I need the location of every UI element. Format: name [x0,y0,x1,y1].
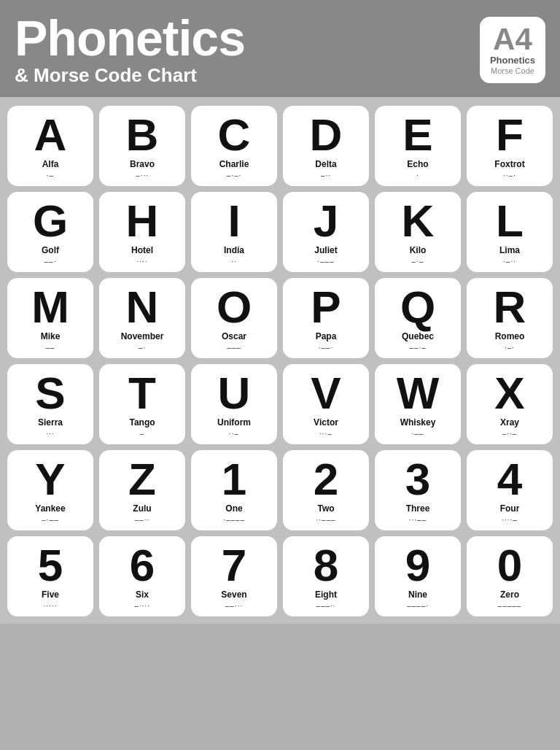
card-morse: –·–– [42,516,58,524]
card-name: Kilo [410,245,427,255]
phonetic-card-sierra: SSierra··· [7,364,93,444]
card-letter: 7 [222,543,246,588]
card-name: Nine [408,589,427,600]
card-name: Zero [500,589,519,600]
phonetic-card-november: NNovember–· [99,278,185,358]
phonetic-card-foxtrot: FFoxtrot··–· [467,106,553,186]
card-name: Yankee [35,503,65,514]
badge-size: A4 [490,24,535,55]
card-name: Echo [407,159,428,169]
card-name: India [224,245,244,255]
card-morse: ··––– [316,516,335,524]
card-letter: 2 [314,457,338,502]
card-letter: N [126,285,159,330]
phonetic-card-four: 4Four····– [467,450,553,530]
card-morse: – [140,430,145,438]
card-name: Juliet [314,245,337,255]
phonetic-card-papa: PPapa·––· [283,278,369,358]
card-morse: ····· [44,602,58,610]
card-name: Oscar [222,331,246,341]
phonetic-card-kilo: KKilo–·– [375,192,461,272]
card-name: Tango [129,417,155,428]
card-letter: F [496,112,524,158]
phonetic-card-alfa: AAlfa·– [7,106,93,186]
card-morse: –·– [412,258,424,266]
phonetic-card-india: IIndia·· [191,192,277,272]
card-name: Sierra [38,417,63,428]
card-morse: ––·– [409,344,426,352]
phonetic-card-two: 2Two··––– [283,450,369,530]
card-letter: 9 [405,543,430,588]
card-letter: J [314,198,338,244]
card-letter: C [218,112,251,158]
card-name: Seven [221,589,246,600]
card-name: Xray [500,417,519,428]
phonetic-card-whiskey: WWhiskey·–– [375,364,461,444]
card-morse: · [416,171,419,179]
card-morse: ···· [136,258,147,266]
phonetic-card-tango: TTango– [99,364,185,444]
header-badge: A4 Phonetics Morse Code [480,17,545,83]
phonetic-card-delta: DDelta–·· [283,106,369,186]
card-morse: ––· [44,258,57,266]
phonetic-card-bravo: BBravo–··· [99,106,185,186]
card-name: Victor [314,417,338,428]
card-name: Romeo [495,331,525,341]
card-name: Three [406,503,430,514]
card-name: One [225,503,242,514]
phonetic-card-victor: VVictor···– [283,364,369,444]
card-name: Foxtrot [494,159,524,169]
card-morse: –––·· [316,602,335,610]
card-morse: ––– [227,344,241,352]
card-letter: Z [128,457,156,502]
card-letter: M [31,285,69,330]
card-letter: Y [35,457,65,502]
card-morse: ·––– [317,258,334,266]
phonetic-card-mike: MMike–– [7,278,93,358]
card-name: Whiskey [400,417,436,428]
phonetic-card-nine: 9Nine––––· [375,536,461,616]
card-name: Two [317,503,334,514]
card-letter: S [35,371,65,416]
phonetic-card-zero: 0Zero––––– [467,536,553,616]
card-morse: ·––· [319,344,334,352]
phonetic-card-charlie: CCharlie–·–· [191,106,277,186]
card-letter: B [126,112,159,158]
card-name: Zulu [133,503,151,514]
card-morse: ··· [46,430,54,438]
card-morse: ····– [502,516,518,524]
card-name: Charlie [219,159,249,169]
card-letter: H [126,198,159,244]
card-morse: ·–·· [503,258,516,266]
card-name: Six [136,589,149,600]
page-title: Phonetics [15,13,245,63]
card-letter: W [397,371,440,416]
card-morse: ·–––– [223,516,245,524]
card-morse: ·· [231,258,237,266]
card-name: Mike [41,331,61,341]
card-morse: –··· [136,171,149,179]
card-name: Lima [499,245,520,255]
phonetic-card-quebec: QQuebec––·– [375,278,461,358]
card-name: Alfa [42,159,59,169]
card-letter: I [228,198,240,244]
card-morse: ···– [319,430,332,438]
phonetic-card-echo: EEcho· [375,106,461,186]
card-name: Eight [315,589,337,600]
card-morse: –··– [502,430,518,438]
phonetic-card-three: 3Three···–– [375,450,461,530]
card-morse: –– [45,344,55,352]
card-morse: ––––· [407,602,429,610]
card-name: November [121,331,164,341]
phonetic-card-zulu: ZZulu––·· [99,450,185,530]
card-letter: A [34,112,67,158]
card-letter: K [402,198,435,244]
badge-line1: Phonetics [490,55,535,66]
card-letter: E [402,112,432,158]
phonetic-card-oscar: OOscar––– [191,278,277,358]
card-letter: 0 [497,543,522,588]
card-morse: ––··· [225,602,243,610]
phonetic-card-yankee: YYankee–·–– [7,450,93,530]
card-letter: 8 [314,543,338,588]
card-letter: 5 [38,543,63,588]
